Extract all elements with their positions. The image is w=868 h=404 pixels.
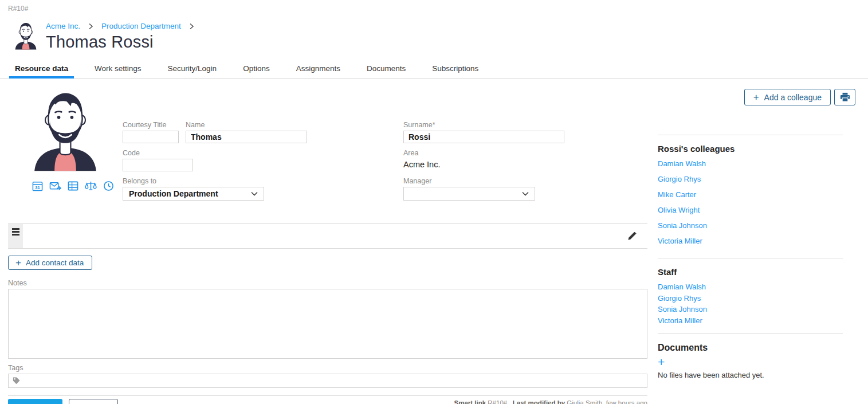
tab-work-settings[interactable]: Work settings [95,61,142,78]
staff-link[interactable]: Giorgio Rhys [658,294,843,303]
notes-label: Notes [8,279,647,287]
clock-icon[interactable] [103,181,114,191]
svg-text:31: 31 [35,185,40,190]
chevron-right-icon [88,23,93,30]
add-contact-data-button[interactable]: + Add contact data [8,256,92,270]
printer-icon [840,92,850,102]
colleague-link[interactable]: Olivia Wright [658,206,843,214]
plus-icon: + [15,258,21,268]
resource-form: 31 [8,88,647,404]
send-mail-icon[interactable] [49,181,61,191]
breadcrumb: Acme Inc. Production Department [46,22,202,30]
staff-link[interactable]: Victoria Miller [658,316,843,325]
staff-heading: Staff [658,267,843,277]
tab-bar: Resource data Work settings Security/Log… [0,61,868,79]
page-title: Thomas Rossi [46,33,202,52]
add-colleague-label: Add a colleague [764,93,822,102]
page-header: Acme Inc. Production Department Thomas R… [13,21,868,52]
courtesy-title-label: Courtesy Title [123,121,179,129]
print-button[interactable] [834,89,855,105]
breadcrumb-link-company[interactable]: Acme Inc. [46,22,80,30]
save-button[interactable]: Save [8,399,62,404]
smart-link-value: R#10# [488,399,507,404]
tab-assignments[interactable]: Assignments [296,61,340,78]
courtesy-title-field[interactable] [123,131,179,143]
colleagues-heading: Rossi's colleagues [658,144,843,154]
resource-avatar-large[interactable] [23,88,108,172]
belongs-to-value: Production Department [129,189,218,198]
scales-icon[interactable] [85,181,97,191]
contact-data-section [8,223,647,249]
last-modified-time: few hours ago [606,399,647,404]
last-modified-label: Last modified by [513,399,565,404]
name-field[interactable] [186,131,307,143]
documents-heading: Documents [658,343,843,353]
belongs-to-select[interactable]: Production Department [123,187,264,201]
resource-avatar-small [13,21,39,50]
right-sidebar: + Add a colleague Rossi's colleagues Dam… [658,88,855,404]
tags-input[interactable] [23,376,643,385]
last-modified-user: Giulia Smith [567,399,602,404]
edit-pencil-icon[interactable] [627,231,637,243]
surname-label: Surname* [403,121,647,129]
notes-textarea[interactable] [8,289,647,359]
plus-icon: + [753,92,759,102]
surname-field[interactable] [403,131,564,143]
tag-icon [12,376,21,385]
tags-input-box[interactable] [8,374,647,388]
add-document-icon[interactable]: + [658,356,665,368]
belongs-to-label: Belongs to [123,177,403,185]
calendar-icon[interactable]: 31 [32,181,43,191]
code-field[interactable] [123,159,193,171]
colleague-link[interactable]: Damian Walsh [658,159,843,168]
staff-link[interactable]: Sonia Johnson [658,305,843,313]
colleagues-list: Damian Walsh Giorgio Rhys Mike Carter Ol… [658,159,843,258]
staff-link[interactable]: Damian Walsh [658,283,843,291]
tab-security-login[interactable]: Security/Login [168,61,217,78]
breadcrumb-link-department[interactable]: Production Department [101,22,181,30]
manager-select[interactable] [403,187,535,201]
staff-list: Damian Walsh Giorgio Rhys Sonia Johnson … [658,283,843,333]
area-label: Area [403,149,647,157]
manager-label: Manager [403,177,647,185]
chevron-down-icon [522,191,529,196]
tab-resource-data[interactable]: Resource data [15,61,68,78]
colleague-link[interactable]: Victoria Miller [658,237,843,245]
tags-label: Tags [8,364,647,372]
chevron-down-icon [251,191,258,196]
add-contact-data-label: Add contact data [26,258,84,267]
smart-link-label: Smart link [454,399,486,404]
record-status: Smart link R#10# Last modified by Giulia… [454,399,647,404]
table-icon[interactable] [68,181,78,191]
colleague-link[interactable]: Sonia Johnson [658,221,843,230]
colleague-link[interactable]: Mike Carter [658,190,843,199]
add-colleague-button[interactable]: + Add a colleague [744,89,831,105]
sidebar-divider [658,333,843,334]
delete-button[interactable]: Delete [69,399,118,404]
code-label: Code [123,149,403,157]
area-value: Acme Inc. [403,159,647,169]
sidebar-divider [658,135,843,135]
name-label: Name [186,121,307,129]
drag-handle-icon[interactable] [8,224,23,248]
tab-documents[interactable]: Documents [367,61,406,78]
colleague-link[interactable]: Giorgio Rhys [658,175,843,183]
sidebar-divider [658,258,843,258]
tab-subscriptions[interactable]: Subscriptions [432,61,478,78]
tab-options[interactable]: Options [243,61,270,78]
smart-reference: R#10# [8,5,28,13]
chevron-right-icon [189,23,194,30]
documents-empty-message: No files have been attached yet. [658,371,843,379]
